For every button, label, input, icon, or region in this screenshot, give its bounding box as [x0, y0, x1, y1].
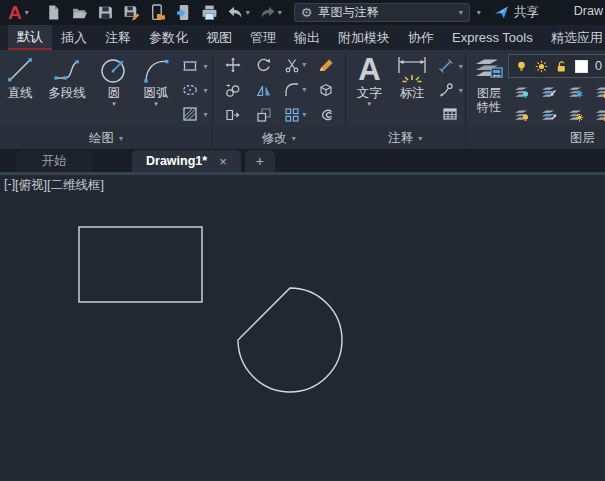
layer-selector-dropdown[interactable]: 0 — [508, 54, 605, 78]
chevron-down-icon: ▾ — [112, 101, 116, 107]
unlock-layer-button[interactable] — [595, 107, 605, 123]
drawing-shape[interactable] — [79, 227, 202, 302]
layer-off-button[interactable] — [514, 84, 530, 100]
share-button[interactable]: 共享 — [494, 4, 539, 21]
ribbon-tab-addins[interactable]: 附加模块 — [329, 25, 399, 50]
layers-panel-label[interactable]: 图层 — [466, 127, 605, 149]
ribbon-tab-parametric[interactable]: 参数化 — [140, 25, 197, 50]
chevron-down-icon: ▾ — [302, 110, 306, 119]
save-to-mobile-button[interactable] — [175, 4, 192, 21]
ellipse-icon — [182, 82, 198, 98]
ribbon: 直线 多段线 圆 ▾ 圆弧 ▾ — [0, 50, 605, 150]
ribbon-tab-featured-apps[interactable]: 精选应用 — [542, 25, 605, 50]
open-from-mobile-button[interactable] — [149, 4, 166, 21]
turn-on-all-layers-button[interactable] — [514, 107, 530, 123]
chevron-down-icon: ▾ — [278, 8, 282, 17]
paper-plane-icon — [494, 5, 509, 20]
explode-tool-button[interactable] — [318, 82, 334, 98]
scale-tool-button[interactable] — [256, 107, 272, 123]
ribbon-tab-express-tools[interactable]: Express Tools — [443, 25, 542, 50]
array-icon — [284, 107, 300, 123]
ribbon-tab-output[interactable]: 输出 — [285, 25, 329, 50]
ellipse-tool-button[interactable]: ▾ — [178, 78, 212, 102]
gear-icon: ⚙ — [301, 5, 313, 20]
layer-walk-button[interactable] — [541, 107, 557, 123]
multileader-button[interactable]: ▾ — [435, 78, 465, 102]
layer-freeze-button[interactable] — [568, 84, 584, 100]
view-controls[interactable]: [俯视] — [15, 177, 47, 194]
hatch-icon — [182, 106, 198, 122]
layer-properties-button[interactable]: 图层 特性 — [470, 50, 508, 127]
line-tool-button[interactable]: 直线 — [0, 50, 40, 127]
workspace-selector[interactable]: ⚙ 草图与注释 ▾ — [294, 3, 470, 22]
stretch-tool-button[interactable] — [225, 107, 241, 123]
title-bar: A ▾ ▾ ▾ ⚙ 草图与注释 ▾ ▾ — [0, 0, 605, 25]
undo-button[interactable]: ▾ — [227, 4, 250, 21]
annotate-panel-label[interactable]: 注释 ▾ — [345, 127, 465, 149]
table-button[interactable] — [435, 102, 465, 126]
offset-icon — [318, 107, 334, 123]
multileader-icon — [438, 82, 454, 98]
viewport-controls-toggle[interactable]: [-] — [4, 177, 15, 194]
drawing-canvas[interactable]: [-] [俯视] [二维线框] — [0, 175, 605, 481]
chevron-down-icon: ▾ — [203, 110, 207, 119]
text-tool-button[interactable]: A 文字 ▾ — [349, 50, 389, 127]
ribbon-tab-collaborate[interactable]: 协作 — [399, 25, 443, 50]
ribbon-tab-manage[interactable]: 管理 — [241, 25, 285, 50]
arc-tool-button[interactable]: 圆弧 ▾ — [134, 50, 178, 127]
offset-tool-button[interactable] — [318, 107, 334, 123]
visual-style-controls[interactable]: [二维线框] — [47, 177, 104, 194]
fillet-tool-button[interactable]: ▾ — [284, 82, 306, 98]
redo-button[interactable]: ▾ — [259, 4, 282, 21]
mirror-tool-button[interactable] — [256, 82, 272, 98]
panel-layers: 图层 特性 0 — [466, 50, 605, 149]
chevron-down-icon: ▾ — [459, 8, 463, 17]
move-tool-button[interactable] — [225, 57, 241, 73]
linear-dimension-button[interactable]: ▾ — [435, 54, 465, 78]
redo-icon — [259, 4, 276, 21]
ribbon-tab-view[interactable]: 视图 — [197, 25, 241, 50]
open-file-button[interactable] — [71, 4, 88, 21]
circle-tool-button[interactable]: 圆 ▾ — [94, 50, 134, 127]
current-layer-name: 0 — [595, 59, 602, 73]
drawing1-tab[interactable]: Drawing1* × — [132, 150, 241, 172]
undo-icon — [227, 4, 244, 21]
bulb-icon — [515, 60, 528, 73]
save-as-button[interactable] — [123, 4, 140, 21]
save-button[interactable] — [97, 4, 114, 21]
layer-properties-icon — [473, 54, 505, 86]
viewport-controls: [-] [俯视] [二维线框] — [4, 177, 104, 194]
ribbon-tab-insert[interactable]: 插入 — [52, 25, 96, 50]
quick-access-toolbar: ▾ ▾ — [45, 4, 282, 21]
customize-qat-button[interactable]: ▾ — [477, 8, 481, 17]
ribbon-tab-annotate[interactable]: 注释 — [96, 25, 140, 50]
panel-annotate: A 文字 ▾ 标注 ▾ ▾ — [345, 50, 465, 149]
thaw-all-layers-button[interactable] — [568, 107, 584, 123]
trim-tool-button[interactable]: ▾ — [284, 57, 306, 73]
start-tab[interactable]: 开始 — [16, 150, 92, 172]
rotate-tool-button[interactable] — [256, 57, 272, 73]
modify-panel-label[interactable]: 修改 ▾ — [213, 127, 345, 149]
new-drawing-tab-button[interactable]: + — [245, 150, 275, 172]
draw-panel-label[interactable]: 绘图 ▾ — [0, 127, 212, 149]
array-tool-button[interactable]: ▾ — [284, 107, 306, 123]
chevron-down-icon: ▾ — [25, 8, 29, 17]
hatch-tool-button[interactable]: ▾ — [178, 102, 212, 126]
make-current-button[interactable] — [541, 84, 557, 100]
chevron-down-icon: ▾ — [119, 134, 123, 143]
close-tab-icon[interactable]: × — [219, 154, 227, 169]
file-tab-bar: 开始 Drawing1* × + — [0, 150, 605, 175]
layer-color-swatch — [575, 60, 588, 73]
rectangle-tool-button[interactable]: ▾ — [178, 54, 212, 78]
drawing-shape[interactable] — [238, 288, 342, 392]
erase-tool-button[interactable] — [318, 57, 334, 73]
app-menu-button[interactable]: A ▾ — [4, 3, 33, 22]
chevron-down-icon: ▾ — [302, 60, 306, 69]
ribbon-tab-home[interactable]: 默认 — [8, 25, 52, 50]
copy-tool-button[interactable] — [225, 82, 241, 98]
dimension-tool-button[interactable]: 标注 — [389, 50, 435, 127]
polyline-tool-button[interactable]: 多段线 — [40, 50, 94, 127]
plot-button[interactable] — [201, 4, 218, 21]
layer-lock-button[interactable] — [595, 84, 605, 100]
new-file-button[interactable] — [45, 4, 62, 21]
